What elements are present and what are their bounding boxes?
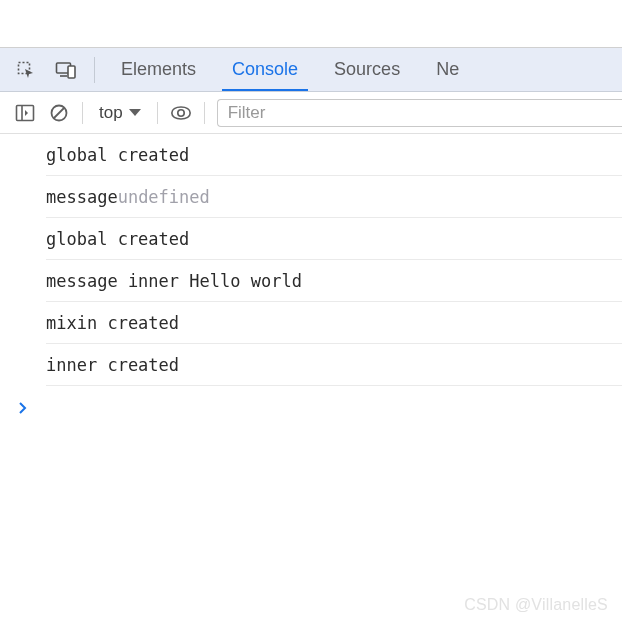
clear-console-icon[interactable]: [48, 102, 70, 124]
device-toolbar-icon[interactable]: [54, 58, 78, 82]
sidebar-toggle-icon[interactable]: [14, 102, 36, 124]
tab-elements[interactable]: Elements: [103, 48, 214, 92]
tab-sources[interactable]: Sources: [316, 48, 418, 92]
toolbar-divider-3: [204, 102, 205, 124]
log-text-segment: mixin created: [46, 313, 179, 333]
console-log-row: inner created: [46, 344, 622, 386]
context-selector[interactable]: top: [95, 103, 145, 123]
filter-input[interactable]: [217, 99, 622, 127]
toolbar-divider-2: [157, 102, 158, 124]
tab-network-partial[interactable]: Ne: [418, 48, 477, 92]
log-text-segment: global created: [46, 145, 189, 165]
console-log-row: message undefined: [46, 176, 622, 218]
console-toolbar: top: [0, 92, 622, 134]
context-label: top: [99, 103, 123, 123]
console-log-row: mixin created: [46, 302, 622, 344]
log-text-segment: global created: [46, 229, 189, 249]
toolbar-divider-1: [82, 102, 83, 124]
tab-console[interactable]: Console: [214, 48, 316, 92]
log-text-segment: undefined: [118, 187, 210, 207]
caret-down-icon: [129, 109, 141, 116]
console-prompt[interactable]: [18, 388, 28, 428]
svg-line-7: [54, 107, 65, 118]
console-log-row: message inner Hello world: [46, 260, 622, 302]
log-text-segment: message: [46, 187, 118, 207]
top-gap: [0, 0, 622, 48]
console-log-row: global created: [46, 134, 622, 176]
console-body: global createdmessage undefinedglobal cr…: [0, 134, 622, 386]
console-log-row: global created: [46, 218, 622, 260]
watermark: CSDN @VillanelleS: [464, 596, 608, 614]
log-text-segment: inner created: [46, 355, 179, 375]
devtools-tabbar: Elements Console Sources Ne: [0, 48, 622, 92]
svg-rect-3: [68, 66, 75, 78]
log-text-segment: message inner Hello world: [46, 271, 302, 291]
tabbar-divider: [94, 57, 95, 83]
svg-point-8: [177, 109, 183, 115]
live-expression-icon[interactable]: [170, 102, 192, 124]
inspect-icon[interactable]: [14, 58, 38, 82]
